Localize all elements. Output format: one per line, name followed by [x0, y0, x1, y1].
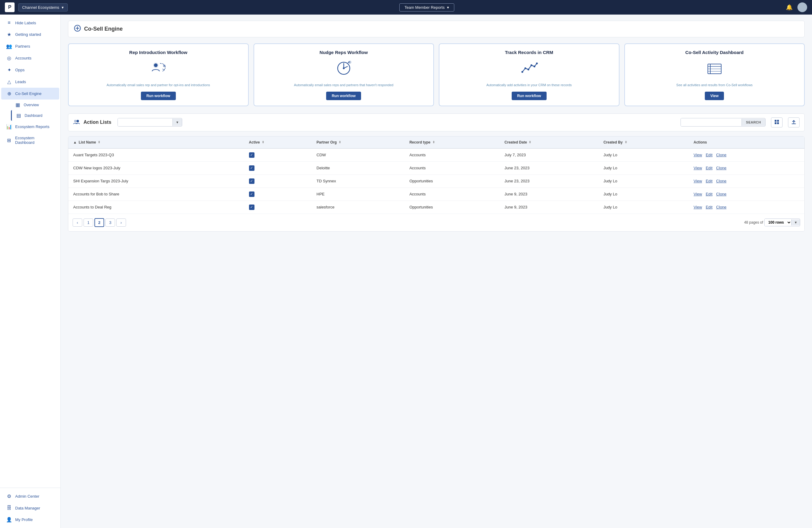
pagination-info: 48 pages of 100 rows 50 rows 25 rows ▼	[744, 218, 800, 226]
col-active-sort: ⇕	[262, 140, 264, 144]
wf-card-icon-rep-intro	[149, 60, 167, 79]
col-active[interactable]: Active ⇕	[244, 137, 312, 148]
pagination-page-1[interactable]: 1	[84, 218, 93, 227]
action-clone[interactable]: Clone	[716, 192, 726, 196]
cell-actions: View Edit Clone	[689, 162, 804, 175]
app-switcher[interactable]: Channel Ecosystems ▾	[18, 3, 68, 12]
rows-per-page-select[interactable]: 100 rows 50 rows 25 rows	[765, 219, 791, 226]
action-view[interactable]: View	[694, 179, 702, 183]
action-clone[interactable]: Clone	[716, 179, 726, 183]
action-edit[interactable]: Edit	[706, 179, 712, 183]
svg-point-21	[74, 120, 76, 122]
col-record-type[interactable]: Record type ⇕	[405, 137, 499, 148]
cell-record-type: Accounts	[405, 148, 499, 162]
action-clone[interactable]: Clone	[716, 153, 726, 157]
action-view[interactable]: View	[694, 153, 702, 157]
sidebar-hide-labels[interactable]: ≡ Hide Labels	[1, 17, 59, 29]
checkbox-active[interactable]: ✓	[249, 178, 255, 184]
sidebar-item-partners[interactable]: 👥 Partners	[1, 40, 59, 52]
nav-center: Team Member Reports ▾	[68, 3, 786, 12]
leads-icon: △	[6, 79, 12, 85]
wf-card-cosell-dashboard: Co-Sell Activity Dashboard See all activ…	[624, 43, 805, 106]
wf-card-nudge-reps: Nudge Reps Workflow ! Automatically emai…	[253, 43, 434, 106]
action-view[interactable]: View	[694, 205, 702, 209]
sidebar: ≡ Hide Labels ★ Getting started 👥 Partne…	[0, 15, 61, 528]
sidebar-item-overview[interactable]: ▦ Overview	[11, 100, 59, 110]
sidebar-item-my-profile[interactable]: 👤 My Profile	[1, 514, 59, 526]
pagination-prev[interactable]: ‹	[73, 218, 82, 227]
run-workflow-nudge-reps[interactable]: Run workflow	[326, 92, 361, 100]
sidebar-item-leads[interactable]: △ Leads	[1, 76, 59, 88]
action-edit[interactable]: Edit	[706, 153, 712, 157]
cell-list-name: Accounts for Bob to Share	[68, 187, 244, 200]
sidebar-item-data-manager[interactable]: 🗄 Data Manager	[1, 502, 59, 514]
sidebar-item-admin-center[interactable]: ⚙ Admin Center	[1, 491, 59, 502]
action-clone[interactable]: Clone	[716, 205, 726, 209]
checkbox-active[interactable]: ✓	[249, 205, 255, 210]
sidebar-item-ecosystem-dashboard[interactable]: ⊞ Ecosystem Dashboard	[1, 133, 59, 148]
cell-created-date: June 9, 2023	[499, 187, 598, 200]
sidebar-item-accounts[interactable]: ◎ Accounts	[1, 52, 59, 64]
page-title: Co-Sell Engine	[84, 26, 123, 32]
pagination-page-3[interactable]: 3	[105, 218, 115, 227]
pagination-page-2[interactable]: 2	[95, 218, 104, 227]
action-view[interactable]: View	[694, 192, 702, 196]
checkbox-active[interactable]: ✓	[249, 152, 255, 158]
cell-record-type: Accounts	[405, 162, 499, 175]
main-content: Co-Sell Engine Rep Introduction Workflow	[61, 15, 812, 528]
user-avatar[interactable]	[797, 2, 807, 12]
app-logo: P	[5, 2, 15, 12]
cell-active: ✓	[244, 175, 312, 187]
col-created-date[interactable]: Created Date ⇕	[499, 137, 598, 148]
rows-per-page-wrap: 100 rows 50 rows 25 rows ▼	[764, 218, 800, 226]
cell-created-by: Judy Lo	[598, 200, 689, 214]
sidebar-item-cosell-engine[interactable]: ⊕ Co-Sell Engine	[1, 88, 59, 100]
col-list-name-sort: ⇕	[98, 140, 100, 144]
run-workflow-rep-intro[interactable]: Run workflow	[141, 92, 176, 100]
search-input[interactable]	[681, 118, 742, 126]
run-workflow-track-records[interactable]: Run workflow	[512, 92, 547, 100]
rows-dropdown-arrow[interactable]: ▼	[791, 220, 800, 225]
cell-partner-org: HPE	[311, 187, 405, 200]
cell-partner-org: Deloitte	[311, 162, 405, 175]
notification-bell[interactable]: 🔔	[786, 4, 793, 11]
report-selector[interactable]: Team Member Reports ▾	[399, 3, 454, 12]
sidebar-item-dashboard[interactable]: ▤ Dashboard	[11, 110, 59, 121]
star-icon: ★	[6, 32, 12, 37]
checkbox-active[interactable]: ✓	[249, 165, 255, 171]
ecosystem-reports-icon: 📊	[6, 124, 12, 130]
sidebar-item-ecosystem-reports[interactable]: 📊 Ecosystem Reports	[1, 121, 59, 133]
action-edit[interactable]: Edit	[706, 192, 712, 196]
action-list-select[interactable]	[118, 118, 173, 126]
pagination-next[interactable]: ›	[116, 218, 126, 227]
sidebar-item-getting-started[interactable]: ★ Getting started	[1, 29, 59, 40]
action-clone[interactable]: Clone	[716, 166, 726, 170]
wf-card-track-records: Track Records in CRM Automatically add a…	[439, 43, 620, 106]
svg-point-13	[531, 64, 532, 66]
sidebar-sub: ▦ Overview ▤ Dashboard	[0, 100, 60, 121]
nav-icons: 🔔	[786, 2, 807, 12]
grid-view-button[interactable]	[771, 118, 783, 127]
view-cosell-dashboard[interactable]: View	[705, 92, 724, 100]
search-button[interactable]: SEARCH	[742, 119, 765, 126]
sidebar-item-opps[interactable]: ✦ Opps	[1, 64, 59, 76]
cell-actions: View Edit Clone	[689, 200, 804, 214]
col-partner-org[interactable]: Partner Org ⇕	[311, 137, 405, 148]
wf-card-title-nudge-reps: Nudge Reps Workflow	[319, 49, 368, 56]
upload-button[interactable]	[788, 118, 800, 127]
opps-icon: ✦	[6, 67, 12, 73]
workflow-cards: Rep Introduction Workflow Automatically …	[68, 43, 805, 106]
wf-card-title-cosell-dashboard: Co-Sell Activity Dashboard	[685, 49, 744, 56]
action-view[interactable]: View	[694, 166, 702, 170]
cell-created-by: Judy Lo	[598, 148, 689, 162]
action-list-dropdown-arrow[interactable]: ▼	[173, 119, 182, 126]
wf-card-icon-track-records	[520, 60, 538, 79]
action-edit[interactable]: Edit	[706, 166, 712, 170]
data-manager-icon: 🗄	[6, 505, 12, 511]
checkbox-active[interactable]: ✓	[249, 192, 255, 197]
col-list-name[interactable]: ▲ List Name ⇕	[68, 137, 244, 148]
svg-point-22	[76, 120, 79, 122]
cell-created-by: Judy Lo	[598, 187, 689, 200]
action-edit[interactable]: Edit	[706, 205, 712, 209]
col-created-by[interactable]: Created By ⇕	[598, 137, 689, 148]
